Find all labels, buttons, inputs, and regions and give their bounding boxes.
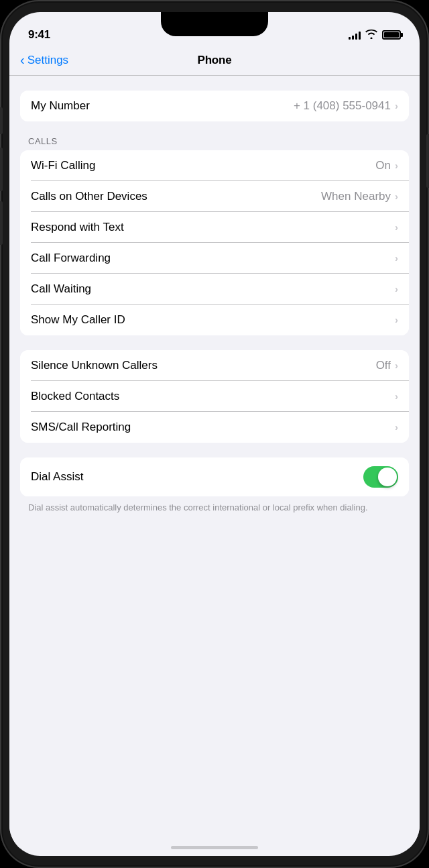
status-icons bbox=[349, 30, 401, 41]
respond-with-text-row[interactable]: Respond with Text › bbox=[20, 212, 409, 243]
home-indicator bbox=[171, 846, 258, 849]
my-number-row[interactable]: My Number + 1 (408) 555-0941 › bbox=[20, 91, 409, 121]
content-area: My Number + 1 (408) 555-0941 › CALLS Wi-… bbox=[9, 76, 420, 849]
toggle-knob bbox=[378, 468, 397, 486]
calls-other-devices-chevron-icon: › bbox=[395, 191, 398, 202]
blocked-contacts-row[interactable]: Blocked Contacts › bbox=[20, 381, 409, 412]
dial-assist-card: Dial Assist bbox=[20, 457, 409, 496]
call-forwarding-chevron-icon: › bbox=[395, 252, 398, 264]
my-number-value: + 1 (408) 555-0941 bbox=[294, 99, 391, 113]
wifi-icon bbox=[365, 30, 377, 41]
power-button bbox=[426, 134, 429, 188]
status-time: 9:41 bbox=[28, 28, 50, 42]
my-number-card: My Number + 1 (408) 555-0941 › bbox=[20, 91, 409, 121]
page-title: Phone bbox=[198, 54, 232, 67]
back-label: Settings bbox=[27, 54, 68, 67]
calls-other-devices-row[interactable]: Calls on Other Devices When Nearby › bbox=[20, 181, 409, 212]
wifi-calling-row[interactable]: Wi-Fi Calling On › bbox=[20, 150, 409, 181]
wifi-calling-value: On bbox=[375, 159, 391, 172]
sms-call-reporting-label: SMS/Call Reporting bbox=[31, 421, 131, 434]
signal-icon bbox=[349, 30, 361, 40]
silence-unknown-value: Off bbox=[376, 359, 391, 372]
respond-with-text-chevron-icon: › bbox=[395, 221, 398, 233]
back-button[interactable]: ‹ Settings bbox=[20, 53, 68, 68]
blocked-contacts-chevron-icon: › bbox=[395, 390, 398, 402]
volume-down-button bbox=[0, 201, 3, 245]
respond-with-text-label: Respond with Text bbox=[31, 221, 124, 234]
silence-unknown-row[interactable]: Silence Unknown Callers Off › bbox=[20, 350, 409, 381]
privacy-card: Silence Unknown Callers Off › Blocked Co… bbox=[20, 350, 409, 443]
call-waiting-row[interactable]: Call Waiting › bbox=[20, 274, 409, 305]
wifi-calling-label: Wi-Fi Calling bbox=[31, 159, 95, 172]
phone-frame: 9:41 bbox=[0, 0, 429, 868]
dial-assist-footer: Dial assist automatically determines the… bbox=[9, 496, 420, 525]
dial-assist-toggle[interactable] bbox=[363, 466, 398, 488]
my-number-label: My Number bbox=[31, 99, 90, 113]
calls-other-devices-value: When Nearby bbox=[321, 190, 391, 203]
mute-switch bbox=[0, 107, 3, 134]
show-caller-id-label: Show My Caller ID bbox=[31, 313, 125, 327]
silence-unknown-label: Silence Unknown Callers bbox=[31, 359, 158, 372]
my-number-chevron-icon: › bbox=[395, 100, 398, 111]
volume-up-button bbox=[0, 148, 3, 191]
call-waiting-label: Call Waiting bbox=[31, 282, 91, 296]
back-chevron-icon: ‹ bbox=[20, 52, 25, 68]
blocked-contacts-label: Blocked Contacts bbox=[31, 390, 119, 403]
call-waiting-chevron-icon: › bbox=[395, 283, 398, 294]
phone-screen: 9:41 bbox=[9, 12, 420, 856]
dial-assist-label: Dial Assist bbox=[31, 470, 83, 484]
sms-call-reporting-chevron-icon: › bbox=[395, 421, 398, 433]
call-forwarding-label: Call Forwarding bbox=[31, 252, 111, 265]
notch bbox=[161, 12, 268, 36]
calls-other-devices-label: Calls on Other Devices bbox=[31, 190, 147, 203]
silence-unknown-chevron-icon: › bbox=[395, 360, 398, 371]
show-caller-id-row[interactable]: Show My Caller ID › bbox=[20, 305, 409, 335]
wifi-calling-chevron-icon: › bbox=[395, 160, 398, 171]
calls-section-label: CALLS bbox=[9, 136, 420, 150]
navigation-header: ‹ Settings Phone bbox=[9, 48, 420, 75]
dial-assist-row[interactable]: Dial Assist bbox=[20, 457, 409, 496]
calls-card: Wi-Fi Calling On › Calls on Other Device… bbox=[20, 150, 409, 335]
sms-call-reporting-row[interactable]: SMS/Call Reporting › bbox=[20, 412, 409, 443]
show-caller-id-chevron-icon: › bbox=[395, 314, 398, 325]
battery-icon bbox=[382, 30, 401, 40]
call-forwarding-row[interactable]: Call Forwarding › bbox=[20, 243, 409, 274]
